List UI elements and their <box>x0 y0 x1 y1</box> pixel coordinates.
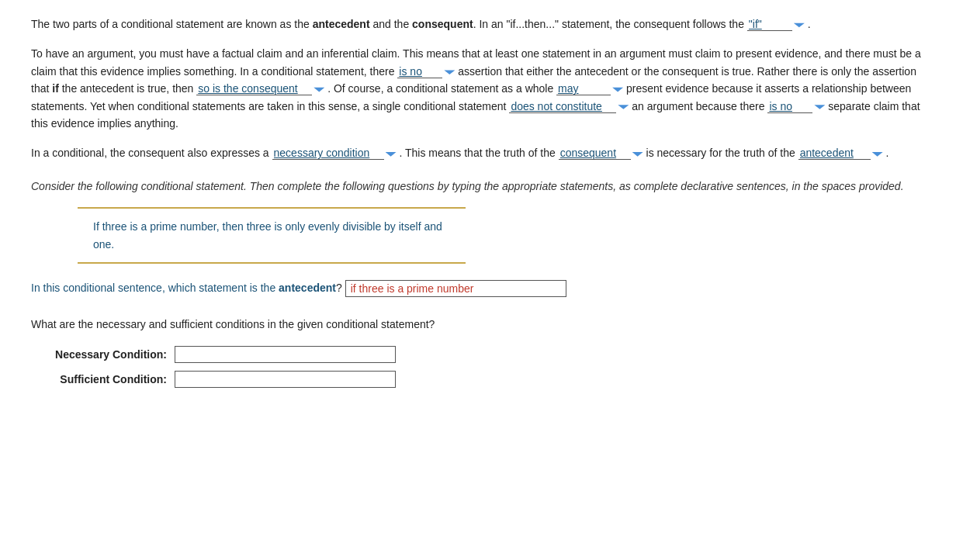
q1-label: In this conditional sentence, which stat… <box>31 282 279 294</box>
p1-period: . <box>808 18 811 30</box>
question2-block: What are the necessary and sufficient co… <box>31 316 925 333</box>
p2-if-bold: if <box>52 82 59 95</box>
antecedent-dropdown[interactable]: antecedent consequent premise conclusion <box>798 147 871 160</box>
is-no2-dropdown-arrow <box>814 102 825 112</box>
sufficient-condition-label: Sufficient Condition: <box>31 371 167 388</box>
consequent-dropdown[interactable]: consequent antecedent premise conclusion <box>559 147 631 160</box>
so-is-dropdown-arrow <box>313 85 324 95</box>
necessary-dropdown-arrow <box>386 149 397 160</box>
p3-period: . <box>886 147 889 159</box>
paragraph2: To have an argument, you must have a fac… <box>31 45 925 132</box>
antecedent-dropdown-wrap[interactable]: antecedent consequent premise conclusion <box>798 147 883 160</box>
antecedent-dropdown-arrow <box>872 149 883 160</box>
p1-antecedent: antecedent <box>313 18 370 30</box>
is-no-dropdown[interactable]: is no is an is one is a <box>397 65 442 78</box>
does-not-dropdown[interactable]: does not constitute does constitute may … <box>509 100 616 113</box>
consequent-dropdown-wrap[interactable]: consequent antecedent premise conclusion <box>559 147 643 160</box>
p1-text1: The two parts of a conditional statement… <box>31 18 313 30</box>
does-not-dropdown-arrow <box>618 102 629 112</box>
paragraph3: In a conditional, the consequent also ex… <box>31 144 925 161</box>
is-no2-dropdown-wrap[interactable]: is no is an is one is a <box>767 100 825 113</box>
necessary-condition-row: Necessary Condition: <box>31 346 925 363</box>
p1-text2: and the <box>370 18 413 30</box>
p3-text3: is necessary for the truth of the <box>646 147 798 159</box>
consequent-dropdown-arrow <box>632 149 643 160</box>
paragraph1: The two parts of a conditional statement… <box>31 16 925 33</box>
conditional-statement-box: If three is a prime number, then three i… <box>78 207 466 264</box>
may-dropdown-wrap[interactable]: may may not cannot will <box>556 82 623 95</box>
so-is-dropdown[interactable]: so is the consequent so is the anteceden… <box>196 82 312 95</box>
conditional-statement-text: If three is a prime number, then three i… <box>93 220 442 250</box>
necessary-condition-input[interactable] <box>175 346 396 363</box>
p1-text3: . In an "if...then..." statement, the co… <box>473 18 747 30</box>
sufficient-condition-input[interactable] <box>175 371 396 388</box>
is-no2-dropdown[interactable]: is no is an is one is a <box>767 100 812 113</box>
antecedent-answer-input[interactable] <box>345 280 566 297</box>
p2-text3: the antecedent is true, then <box>59 82 196 95</box>
p1-consequent: consequent <box>412 18 473 30</box>
sufficient-condition-row: Sufficient Condition: <box>31 371 925 388</box>
q1-bold: antecedent <box>279 282 336 294</box>
necessary-dropdown-wrap[interactable]: necessary condition sufficient condition… <box>272 147 397 160</box>
may-dropdown[interactable]: may may not cannot will <box>556 82 611 95</box>
necessary-dropdown[interactable]: necessary condition sufficient condition… <box>272 147 384 160</box>
q1-after-bold: ? <box>336 282 342 294</box>
if-dropdown-arrow <box>794 20 805 31</box>
p2-text4: . Of course, a conditional statement as … <box>327 82 556 95</box>
if-dropdown-wrap[interactable]: "if" "then" "and" "but" <box>747 18 805 31</box>
is-no-dropdown-arrow <box>444 67 455 78</box>
p2-text6: an argument because there <box>632 100 767 112</box>
question1-block: In this conditional sentence, which stat… <box>31 279 925 297</box>
if-dropdown[interactable]: "if" "then" "and" "but" <box>747 18 792 31</box>
so-is-dropdown-wrap[interactable]: so is the consequent so is the anteceden… <box>196 82 324 95</box>
is-no-dropdown-wrap[interactable]: is no is an is one is a <box>397 65 455 78</box>
may-dropdown-arrow <box>612 85 623 95</box>
necessary-condition-label: Necessary Condition: <box>31 346 167 363</box>
p3-text2: . This means that the truth of the <box>399 147 558 159</box>
p3-text1: In a conditional, the consequent also ex… <box>31 147 272 159</box>
q2-label: What are the necessary and sufficient co… <box>31 318 435 330</box>
italic-instructions: Consider the following conditional state… <box>31 178 925 195</box>
does-not-dropdown-wrap[interactable]: does not constitute does constitute may … <box>509 100 629 113</box>
conditions-block: Necessary Condition: Sufficient Conditio… <box>31 346 925 389</box>
